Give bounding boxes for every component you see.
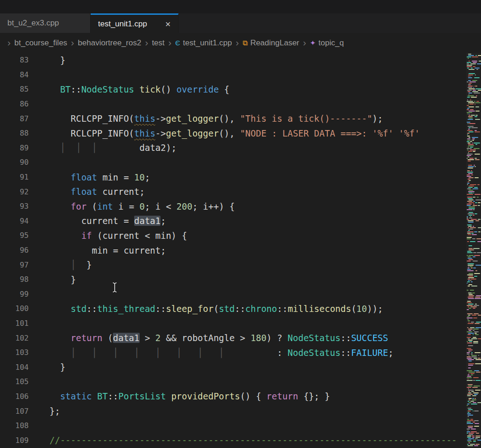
minimap-line xyxy=(472,234,477,235)
minimap-line xyxy=(471,322,474,323)
minimap-line xyxy=(467,283,468,284)
tab-label: test_unit1.cpp xyxy=(98,19,147,29)
minimap-line xyxy=(467,356,471,357)
minimap-line xyxy=(469,308,471,309)
minimap-line xyxy=(467,309,469,310)
code-token: data2); xyxy=(140,143,177,153)
minimap-line xyxy=(470,306,477,307)
code-token: BT xyxy=(97,391,108,401)
minimap-line xyxy=(474,86,475,87)
minimap-line xyxy=(477,252,481,253)
minimap-line xyxy=(471,233,474,234)
minimap-line xyxy=(469,106,474,107)
code-line-88[interactable]: 88 RCLCPP_INFO(this->get_logger(), "NODE… xyxy=(0,126,466,141)
minimap-line xyxy=(468,334,471,335)
minimap-line xyxy=(467,342,472,343)
code-line-101[interactable]: 101 xyxy=(0,316,466,331)
minimap-line xyxy=(472,395,476,396)
code-line-107[interactable]: 107}; xyxy=(0,404,466,418)
code-line-91[interactable]: 91 float min = 10; xyxy=(0,170,466,185)
line-number: 107 xyxy=(0,407,29,416)
code-token: get_logger xyxy=(166,128,219,138)
code-line-93[interactable]: 93 for (int i = 0; i < 200; i++) { xyxy=(0,199,466,214)
minimap-line xyxy=(467,290,469,291)
code-token: (), xyxy=(219,113,240,124)
code-line-109[interactable]: 109//-----------------------------------… xyxy=(0,433,466,448)
breadcrumb-item-behaviortree-ros2[interactable]: behaviortree_ros2 xyxy=(78,38,141,48)
code-token: ; xyxy=(160,216,166,226)
code-line-84[interactable]: 84 xyxy=(0,68,466,82)
code-line-85[interactable]: 85 BT::NodeStatus tick() override { xyxy=(0,82,466,97)
tab-test_unit1-cpp[interactable]: test_unit1.cpp × xyxy=(91,13,179,33)
code-line-90[interactable]: 90 xyxy=(0,155,466,170)
code-area[interactable]: 83 }8485 BT::NodeStatus tick() override … xyxy=(0,53,466,448)
minimap-line xyxy=(468,58,469,59)
code-line-102[interactable]: 102 return (data1 > 2 && robotAngle > 18… xyxy=(0,330,466,345)
line-content: float min = 10; xyxy=(29,172,150,182)
breadcrumb-item-readinglaser[interactable]: ⧉ReadingLaser xyxy=(242,38,299,48)
minimap[interactable] xyxy=(466,53,481,448)
minimap-line xyxy=(472,437,475,438)
code-line-106[interactable]: 106 static BT::PortsList providedPorts()… xyxy=(0,389,466,404)
code-line-108[interactable]: 108 xyxy=(0,418,466,433)
minimap-line xyxy=(473,341,478,342)
code-line-99[interactable]: 99 xyxy=(0,287,466,302)
code-line-95[interactable]: 95 if (current < min) { xyxy=(0,228,466,243)
minimap-line xyxy=(478,90,481,91)
line-number: 83 xyxy=(0,56,29,64)
code-line-94[interactable]: 94 current = data1; xyxy=(0,214,466,229)
breadcrumb-item-bt-course-files[interactable]: bt_course_files xyxy=(14,38,67,48)
code-line-86[interactable]: 86 xyxy=(0,97,466,112)
minimap-line xyxy=(467,141,469,142)
minimap-line xyxy=(475,202,477,203)
code-token: ; i < xyxy=(145,201,177,212)
code-line-105[interactable]: 105 xyxy=(0,374,466,389)
minimap-line xyxy=(473,66,475,67)
minimap-line xyxy=(468,306,469,307)
code-token: { xyxy=(219,84,229,94)
minimap-line xyxy=(469,351,470,352)
code-token: ; i++) { xyxy=(192,201,235,212)
indent-guide: │ xyxy=(60,143,65,153)
code-token xyxy=(49,143,60,153)
code-line-103[interactable]: 103 │ │ │ │ │ │ │ │ : NodeStatus::FAILUR… xyxy=(0,345,466,360)
minimap-line xyxy=(470,147,473,148)
minimap-line xyxy=(467,149,469,150)
minimap-line xyxy=(475,68,480,68)
minimap-line xyxy=(468,226,472,227)
code-line-83[interactable]: 83 } xyxy=(0,53,466,68)
breadcrumb-label: test_unit1.cpp xyxy=(183,38,232,48)
minimap-line xyxy=(471,174,473,175)
minimap-line xyxy=(473,268,476,268)
code-line-98[interactable]: 98 } xyxy=(0,272,466,287)
minimap-line xyxy=(471,279,476,280)
minimap-line xyxy=(469,372,475,373)
code-line-100[interactable]: 100 std::this_thread::sleep_for(std::chr… xyxy=(0,301,466,316)
minimap-line xyxy=(471,338,477,339)
code-token: FAILURE xyxy=(351,348,388,358)
code-line-89[interactable]: 89 │ │ │ data2); xyxy=(0,141,466,156)
minimap-line xyxy=(473,205,477,206)
minimap-line xyxy=(467,251,471,252)
code-line-104[interactable]: 104 } xyxy=(0,360,466,374)
minimap-line xyxy=(468,159,474,160)
tab-bt_u2_ex3-cpp[interactable]: bt_u2_ex3.cpp xyxy=(0,13,91,33)
breadcrumb-item-test[interactable]: test xyxy=(152,38,164,48)
code-line-96[interactable]: 96 min = current; xyxy=(0,243,466,258)
code-line-87[interactable]: 87 RCLCPP_INFO(this->get_logger(), "This… xyxy=(0,111,466,126)
close-tab-icon[interactable]: × xyxy=(165,19,171,29)
minimap-line xyxy=(468,84,471,85)
minimap-line xyxy=(478,338,481,339)
editor[interactable]: 83 }8485 BT::NodeStatus tick() override … xyxy=(0,53,481,448)
minimap-line xyxy=(476,69,478,70)
minimap-line xyxy=(469,295,474,296)
minimap-line xyxy=(473,188,478,189)
breadcrumb-label: behaviortree_ros2 xyxy=(78,38,141,48)
minimap-line xyxy=(478,358,481,359)
breadcrumb-item-topic-q[interactable]: ✦topic_q xyxy=(310,38,344,48)
breadcrumb-item-test-unit1-cpp[interactable]: Єtest_unit1.cpp xyxy=(175,38,232,48)
minimap-line xyxy=(467,65,472,66)
code-line-92[interactable]: 92 float current; xyxy=(0,184,466,199)
minimap-line xyxy=(467,136,470,137)
code-line-97[interactable]: 97 │ } xyxy=(0,257,466,272)
